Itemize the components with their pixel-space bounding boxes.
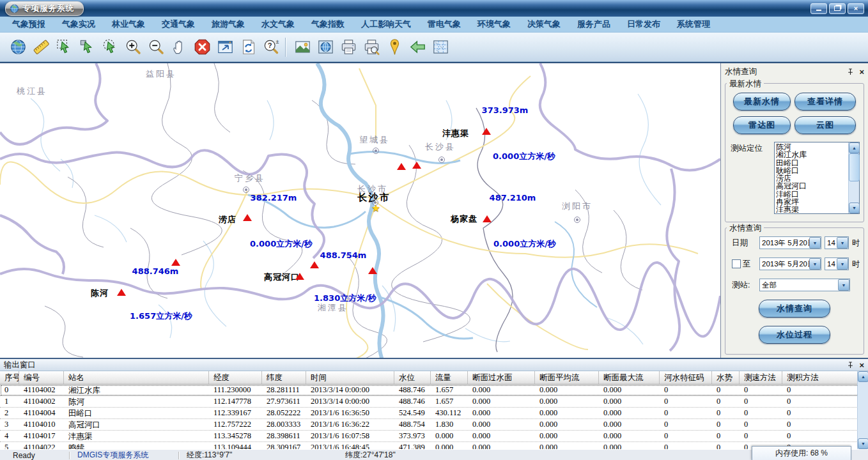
scroll-down-icon[interactable]: ▼ bbox=[858, 438, 868, 449]
station-list-item[interactable]: 沣惠渠 bbox=[776, 206, 848, 213]
station-list-item[interactable]: 高冠河口 bbox=[776, 182, 848, 190]
station-listbox[interactable]: 陈河湘江水库田峪口耿峪口涝店高冠河口沣峪口冉家坪沣惠渠 ▲ ▼ bbox=[774, 142, 860, 214]
restore-button[interactable] bbox=[829, 3, 846, 14]
column-header[interactable]: 测速方法 bbox=[740, 371, 782, 384]
pan-icon[interactable] bbox=[167, 36, 190, 59]
hour-from-select[interactable]: 14 ▼ bbox=[825, 236, 849, 249]
world-view-icon[interactable] bbox=[314, 36, 337, 59]
station-select[interactable]: 全部 ▼ bbox=[759, 279, 850, 291]
station-marker-icon[interactable] bbox=[412, 162, 421, 169]
menu-item[interactable]: 日常发布 bbox=[619, 19, 669, 30]
full-extent-icon[interactable] bbox=[213, 36, 236, 59]
pin-icon[interactable] bbox=[847, 362, 854, 369]
station-marker-icon[interactable] bbox=[171, 259, 180, 266]
select-circle-icon[interactable] bbox=[98, 36, 121, 59]
column-header[interactable]: 序号 bbox=[0, 371, 19, 384]
column-header[interactable]: 纬度 bbox=[262, 371, 306, 384]
water-level-process-button[interactable]: 水位过程 bbox=[759, 326, 830, 344]
chevron-down-icon[interactable]: ▼ bbox=[837, 237, 848, 249]
column-header[interactable]: 断面平均流 bbox=[535, 371, 599, 384]
column-header[interactable]: 流量 bbox=[431, 371, 468, 384]
station-marker-icon[interactable] bbox=[482, 128, 491, 135]
menu-item[interactable]: 交通气象 bbox=[153, 19, 203, 30]
menu-item[interactable]: 旅游气象 bbox=[203, 19, 253, 30]
print-preview-icon[interactable] bbox=[360, 36, 383, 59]
column-header[interactable]: 编号 bbox=[19, 371, 64, 384]
water-query-button[interactable]: 水情查询 bbox=[759, 300, 830, 318]
chevron-down-icon[interactable]: ▼ bbox=[837, 258, 848, 270]
zoom-in-icon[interactable] bbox=[121, 36, 144, 59]
station-marker-icon[interactable] bbox=[397, 163, 406, 170]
station-marker-icon[interactable] bbox=[483, 215, 492, 222]
menu-item[interactable]: 气象指数 bbox=[303, 19, 353, 30]
minimize-button[interactable] bbox=[810, 3, 827, 14]
menu-item[interactable]: 雷电气象 bbox=[419, 19, 469, 30]
menu-item[interactable]: 人工影响天气 bbox=[353, 19, 419, 30]
app-tab[interactable]: 专项服务系统 bbox=[5, 1, 84, 16]
refresh-icon[interactable] bbox=[236, 36, 260, 59]
chevron-down-icon[interactable]: ▼ bbox=[809, 258, 821, 270]
zoom-out-icon[interactable] bbox=[144, 36, 167, 59]
date-from-select[interactable]: 2013年 5月20日 ▼ bbox=[759, 236, 821, 249]
pin-icon[interactable] bbox=[847, 68, 854, 75]
identify-icon[interactable]: ?± bbox=[260, 36, 283, 59]
column-header[interactable]: 水势 bbox=[712, 371, 740, 384]
column-header[interactable]: 水位 bbox=[394, 371, 431, 384]
table-row[interactable]: 141104002陈河112.14777827.9736112013/3/14 … bbox=[0, 396, 868, 408]
close-icon[interactable]: × bbox=[859, 68, 864, 75]
scroll-up-icon[interactable]: ▲ bbox=[849, 142, 860, 153]
listbox-scrollbar[interactable]: ▲ ▼ bbox=[848, 142, 859, 213]
column-header[interactable]: 时间 bbox=[306, 371, 394, 384]
column-header[interactable]: 断面过水面 bbox=[468, 371, 535, 384]
hour-to-select[interactable]: 14 ▼ bbox=[825, 257, 849, 270]
chevron-down-icon[interactable]: ▼ bbox=[809, 237, 821, 249]
column-header[interactable]: 站名 bbox=[64, 371, 209, 384]
map-canvas[interactable]: 益阳县桃江县望城县长沙县宁乡县长沙市浏阳市湘潭县沣惠渠涝店杨家盘陈河高冠河口长沙… bbox=[0, 63, 720, 358]
station-list-item[interactable]: 湘江水库 bbox=[776, 151, 848, 158]
date-to-select[interactable]: 2013年 5月20日 ▼ bbox=[759, 257, 821, 270]
chevron-down-icon[interactable]: ▼ bbox=[838, 279, 849, 291]
back-icon[interactable] bbox=[406, 36, 429, 59]
select-rect-icon[interactable] bbox=[52, 36, 75, 59]
menu-item[interactable]: 水文气象 bbox=[253, 19, 303, 30]
station-marker-icon[interactable] bbox=[295, 273, 304, 280]
select-icon[interactable] bbox=[75, 36, 98, 59]
table-scrollbar[interactable]: ▲ ▼ bbox=[857, 371, 868, 449]
stop-icon[interactable] bbox=[190, 36, 213, 59]
menu-item[interactable]: 气象实况 bbox=[54, 19, 104, 30]
cloud-chart-button[interactable]: 云图 bbox=[794, 116, 856, 134]
table-row[interactable]: 241104004田峪口112.33916728.0522222013/1/6 … bbox=[0, 408, 868, 419]
column-header[interactable]: 测积方法 bbox=[782, 371, 858, 384]
menu-item[interactable]: 环境气象 bbox=[469, 19, 519, 30]
latest-water-button[interactable]: 最新水情 bbox=[733, 93, 791, 111]
menu-item[interactable]: 服务产品 bbox=[569, 19, 619, 30]
menu-item[interactable]: 决策气象 bbox=[519, 19, 569, 30]
view-details-button[interactable]: 查看详情 bbox=[794, 93, 856, 111]
scroll-up-icon[interactable]: ▲ bbox=[858, 371, 868, 382]
grid-map-icon[interactable] bbox=[429, 36, 452, 59]
menu-item[interactable]: 林业气象 bbox=[104, 19, 153, 30]
station-marker-icon[interactable] bbox=[243, 214, 252, 221]
column-header[interactable]: 经度 bbox=[209, 371, 262, 384]
column-header[interactable]: 断面最大流 bbox=[599, 371, 660, 384]
scroll-thumb[interactable] bbox=[849, 153, 860, 181]
image-export-icon[interactable] bbox=[291, 36, 314, 59]
station-marker-icon[interactable] bbox=[368, 267, 377, 274]
scroll-down-icon[interactable]: ▼ bbox=[849, 203, 860, 213]
table-row[interactable]: 441104017沣惠渠113.34527828.3986112013/1/6 … bbox=[0, 431, 868, 442]
locate-pin-icon[interactable] bbox=[383, 36, 406, 59]
column-header[interactable]: 河水特征码 bbox=[660, 371, 712, 384]
to-checkbox[interactable] bbox=[732, 259, 741, 268]
globe-icon[interactable] bbox=[6, 36, 29, 59]
close-button[interactable]: × bbox=[848, 3, 864, 14]
menu-item[interactable]: 气象预报 bbox=[4, 19, 54, 30]
table-row[interactable]: 341104010高冠河口112.75722228.0033332013/1/6… bbox=[0, 419, 868, 431]
radar-chart-button[interactable]: 雷达图 bbox=[733, 116, 791, 134]
measure-icon[interactable] bbox=[29, 36, 52, 59]
print-icon[interactable] bbox=[337, 36, 360, 59]
table-row[interactable]: 041104002湘江水库111.23000028.2811112013/3/1… bbox=[0, 385, 868, 396]
station-marker-icon[interactable] bbox=[310, 261, 319, 268]
station-marker-icon[interactable] bbox=[117, 289, 126, 296]
menu-item[interactable]: 系统管理 bbox=[669, 19, 718, 30]
close-icon[interactable]: × bbox=[859, 362, 864, 369]
